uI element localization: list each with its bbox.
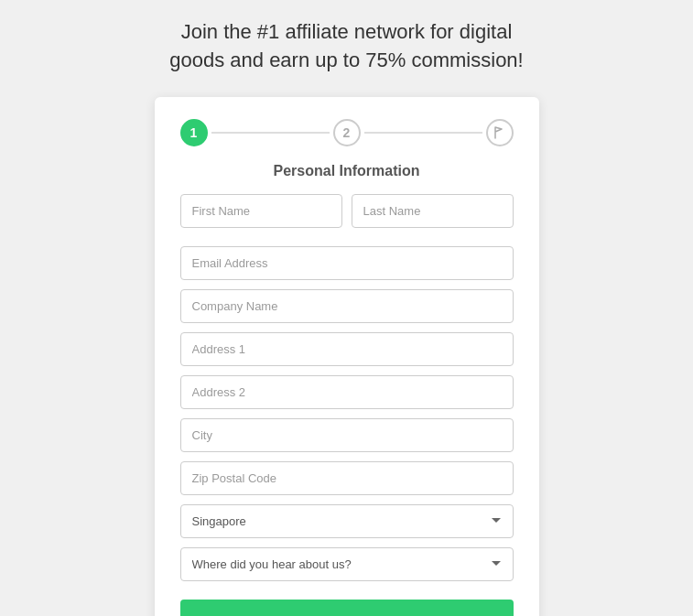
section-title: Personal Information [180,163,514,179]
city-input[interactable] [180,418,514,452]
zip-input[interactable] [180,461,514,495]
last-name-input[interactable] [352,194,514,228]
email-group [180,246,514,280]
registration-card: 1 2 Personal Information [155,97,539,616]
name-row [180,194,514,237]
zip-group [180,461,514,495]
step-3-circle [486,119,514,146]
first-name-input[interactable] [180,194,342,228]
step-1-circle: 1 [180,119,208,146]
email-input[interactable] [180,246,514,280]
page-headline: Join the #1 affiliate network for digita… [155,18,539,75]
address1-input[interactable] [180,332,514,366]
referral-select[interactable]: Where did you hear about us? Google Face… [180,547,514,581]
next-button[interactable]: NEXT [180,600,514,616]
address1-group [180,332,514,366]
referral-group: Where did you hear about us? Google Face… [180,547,514,581]
city-group [180,418,514,452]
company-group [180,289,514,323]
last-name-group [352,194,514,228]
country-group: Singapore United States United Kingdom C… [180,504,514,538]
step-line-1 [211,132,330,134]
address2-group [180,375,514,409]
step-line-2 [364,132,482,134]
page-wrapper: Join the #1 affiliate network for digita… [0,0,693,616]
stepper: 1 2 [180,119,514,146]
first-name-group [180,194,342,228]
company-input[interactable] [180,289,514,323]
step-2-circle: 2 [333,119,361,146]
country-select[interactable]: Singapore United States United Kingdom C… [180,504,514,538]
address2-input[interactable] [180,375,514,409]
